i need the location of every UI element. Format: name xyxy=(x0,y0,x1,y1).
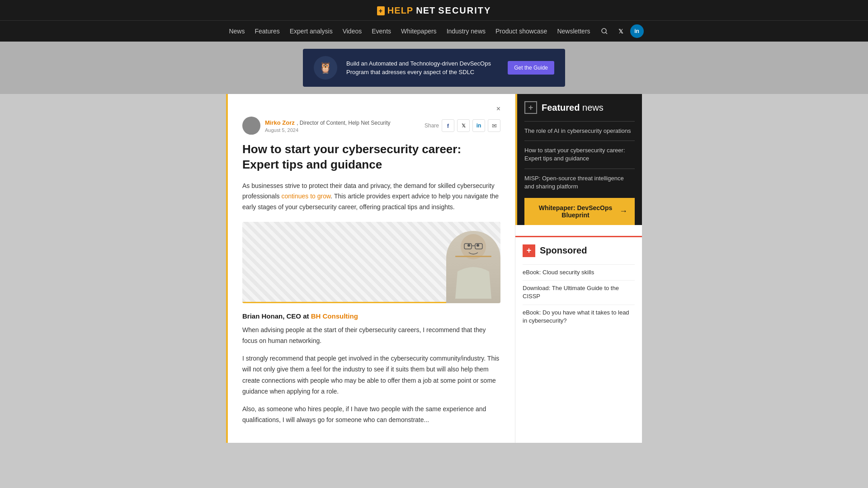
author-row: Mirko Zorz , Director of Content, Help N… xyxy=(242,117,500,135)
banner-icon: 🦉 xyxy=(314,56,337,80)
body-paragraph-1: When advising people at the start of the… xyxy=(242,324,500,347)
featured-item-3[interactable]: MISP: Open-source threat intelligence an… xyxy=(524,169,635,196)
sponsored-title: Sponsored xyxy=(540,245,587,256)
sponsored-plus-icon: + xyxy=(523,244,535,257)
nav-product-showcase[interactable]: Product showcase xyxy=(491,26,552,37)
author-info: Mirko Zorz , Director of Content, Help N… xyxy=(265,118,420,133)
author-date: August 5, 2024 xyxy=(265,127,420,133)
main-content-wrap: × Mirko Zorz , Director of Content, Help… xyxy=(0,94,868,443)
article-person-image xyxy=(446,231,500,303)
main-nav: News Features Expert analysis Videos Eve… xyxy=(0,20,868,42)
site-header: + HELPNETSECURITY xyxy=(0,0,868,20)
featured-item-1[interactable]: The role of AI in cybersecurity operatio… xyxy=(524,121,635,141)
section-author-before: Brian Honan, CEO at xyxy=(242,312,311,320)
share-facebook-button[interactable]: f xyxy=(442,119,454,132)
author-name-link[interactable]: Mirko Zorz xyxy=(265,119,295,126)
svg-point-3 xyxy=(244,127,259,135)
sidebar: + Featured news The role of AI in cybers… xyxy=(515,94,642,443)
svg-point-5 xyxy=(467,244,470,247)
svg-line-1 xyxy=(606,33,607,34)
content-area: × Mirko Zorz , Director of Content, Help… xyxy=(226,94,642,443)
close-button[interactable]: × xyxy=(496,105,500,113)
share-linkedin-button[interactable]: in xyxy=(472,119,485,132)
article-image-line xyxy=(242,302,446,303)
author-role: , xyxy=(297,120,300,126)
nav-videos[interactable]: Videos xyxy=(338,26,367,37)
featured-item-2[interactable]: How to start your cybersecurity career: … xyxy=(524,141,635,168)
logo-plus-icon: + xyxy=(377,6,385,15)
share-label: Share xyxy=(425,122,439,129)
svg-rect-7 xyxy=(455,256,491,257)
search-button[interactable] xyxy=(598,24,611,38)
nav-whitepapers[interactable]: Whitepapers xyxy=(396,26,441,37)
nav-features[interactable]: Features xyxy=(250,26,284,37)
featured-news-block: + Featured news The role of AI in cybers… xyxy=(515,94,642,225)
section-author-link[interactable]: BH Consulting xyxy=(311,312,358,320)
body-paragraph-2: I strongly recommend that people get inv… xyxy=(242,353,500,397)
share-email-button[interactable]: ✉ xyxy=(488,119,500,132)
sponsored-block: + Sponsored eBook: Cloud security skills… xyxy=(515,236,642,336)
twitter-x-button[interactable]: 𝕏 xyxy=(614,24,627,38)
svg-point-2 xyxy=(247,117,256,127)
share-twitter-button[interactable]: 𝕏 xyxy=(457,119,470,132)
article-intro: As businesses strive to protect their da… xyxy=(242,181,500,213)
logo-net-text: NET xyxy=(416,5,435,16)
sponsored-item-2[interactable]: Download: The Ultimate Guide to the CISS… xyxy=(523,280,635,304)
article-title: How to start your cybersecurity career: … xyxy=(242,142,500,173)
body-paragraph-3: Also, as someone who hires people, if I … xyxy=(242,404,500,426)
banner-cta-button[interactable]: Get the Guide xyxy=(508,61,554,75)
featured-title: Featured news xyxy=(542,103,604,113)
nav-news[interactable]: News xyxy=(224,26,249,37)
linkedin-button[interactable]: in xyxy=(630,24,644,38)
svg-point-0 xyxy=(602,28,606,33)
banner-text: Build an Automated and Technology-driven… xyxy=(346,59,499,77)
whitepaper-arrow-icon: → xyxy=(619,206,627,216)
article-image xyxy=(242,222,500,303)
author-avatar xyxy=(242,117,260,135)
sponsored-item-1[interactable]: eBook: Cloud security skills xyxy=(523,264,635,280)
logo-help-text: HELP xyxy=(387,5,413,16)
intro-link[interactable]: continues to grow xyxy=(281,192,330,200)
sponsored-item-3[interactable]: eBook: Do you have what it takes to lead… xyxy=(523,305,635,328)
author-role-text: Director of Content, Help Net Security xyxy=(300,120,391,126)
ad-banner-wrap: 🦉 Build an Automated and Technology-driv… xyxy=(0,42,868,94)
featured-header: + Featured news xyxy=(524,101,635,114)
site-logo[interactable]: + HELPNETSECURITY xyxy=(377,5,491,16)
svg-point-6 xyxy=(476,244,479,247)
logo-security-text: SECURITY xyxy=(438,5,491,16)
share-row: Share f 𝕏 in ✉ xyxy=(425,119,500,132)
sponsored-header: + Sponsored xyxy=(523,244,635,257)
featured-plus-icon: + xyxy=(524,101,537,114)
whitepaper-label: Whitepaper: DevSecOps Blueprint xyxy=(532,204,619,219)
article: × Mirko Zorz , Director of Content, Help… xyxy=(228,94,515,443)
nav-events[interactable]: Events xyxy=(367,26,396,37)
nav-expert-analysis[interactable]: Expert analysis xyxy=(285,26,337,37)
nav-newsletters[interactable]: Newsletters xyxy=(552,26,594,37)
section-author: Brian Honan, CEO at BH Consulting xyxy=(242,312,500,320)
whitepaper-button[interactable]: Whitepaper: DevSecOps Blueprint → xyxy=(524,198,635,225)
nav-industry-news[interactable]: Industry news xyxy=(442,26,490,37)
ad-banner: 🦉 Build an Automated and Technology-driv… xyxy=(303,49,565,87)
article-body: When advising people at the start of the… xyxy=(242,324,500,426)
